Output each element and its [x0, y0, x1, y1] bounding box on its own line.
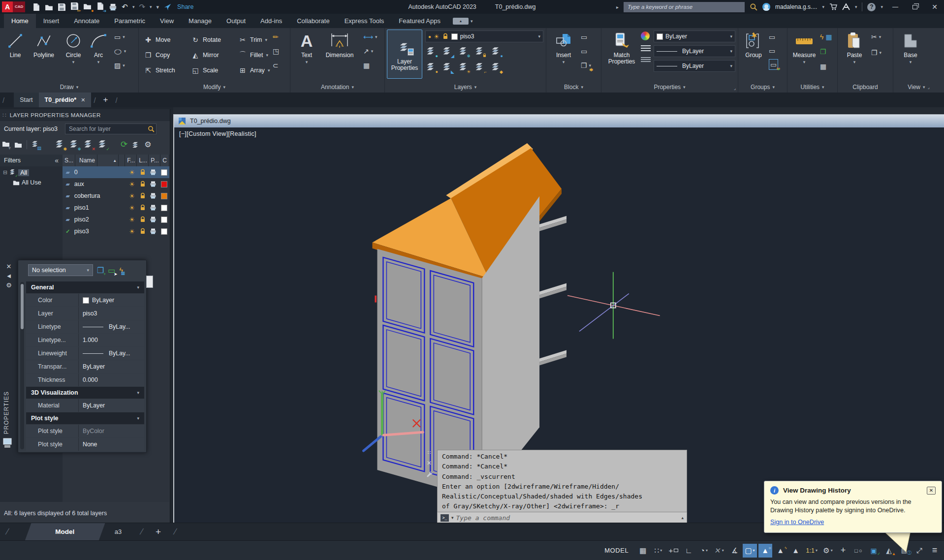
qat-menu-icon[interactable]: ▾: [157, 4, 159, 10]
ribbon-minimize-button[interactable]: ▴: [453, 18, 469, 25]
layer-color-chip[interactable]: [158, 217, 169, 223]
layer-lock-icon[interactable]: [137, 169, 148, 176]
delete-layer-button[interactable]: ✕: [84, 139, 94, 150]
save-as-icon[interactable]: ✏: [70, 2, 79, 12]
paste-flyout-icon[interactable]: ▾: [853, 60, 856, 64]
palette-grip-icon[interactable]: ∷: [2, 112, 6, 119]
property-row-linetype-scale[interactable]: Linetype... 1.000: [26, 334, 144, 346]
insert-flyout-icon[interactable]: ▾: [563, 60, 565, 64]
panel-label-groups[interactable]: Groups▾: [738, 82, 787, 93]
collapse-filters-icon[interactable]: «: [55, 156, 59, 164]
layout-tab-a3[interactable]: a3: [102, 528, 134, 535]
layer-search-input[interactable]: [65, 124, 157, 134]
ribbon-tab-output[interactable]: Output: [219, 14, 253, 28]
copy-button[interactable]: ❐Copy: [144, 47, 191, 62]
layer-freeze-icon[interactable]: ☀: [126, 169, 137, 176]
annotation-scale-button[interactable]: ▲: [789, 544, 803, 558]
dimension-button[interactable]: Dimension: [320, 31, 359, 59]
ungroup-button[interactable]: ▭✕: [769, 31, 778, 42]
group-edit-button[interactable]: ▭✏: [769, 45, 778, 56]
copy-clip-button[interactable]: ❐▾: [871, 47, 881, 58]
properties-dialog-launcher[interactable]: ⌟: [734, 86, 736, 91]
new-file-icon[interactable]: [32, 3, 40, 11]
search-expand-icon[interactable]: ▸: [616, 4, 619, 10]
layer-search-icon[interactable]: [148, 125, 155, 132]
command-input[interactable]: [456, 514, 679, 522]
column-color[interactable]: C: [160, 155, 169, 166]
section-3d-visualization[interactable]: 3D Visualization▾: [26, 387, 144, 399]
annotation-visibility-button[interactable]: ▲○: [758, 544, 772, 558]
layer-unlock-button[interactable]: ⌐: [475, 62, 485, 73]
selection-dropdown-icon[interactable]: ▾: [87, 268, 89, 273]
toggle-pickadd-button[interactable]: ❐+: [97, 266, 104, 275]
command-close-icon[interactable]: ✕: [422, 460, 436, 467]
crosshair-cursor[interactable]: [567, 272, 660, 339]
rotate-button[interactable]: ↻Rotate: [191, 32, 238, 47]
hatch-button[interactable]: ▨▾: [114, 60, 126, 71]
share-icon[interactable]: [163, 3, 172, 11]
panel-label-block[interactable]: Block▾: [546, 82, 601, 93]
layer-plot-icon[interactable]: [148, 216, 159, 223]
layer-freeze-icon[interactable]: ☀: [126, 204, 137, 212]
layer-combo-dropdown-icon[interactable]: ▾: [538, 34, 540, 39]
column-plot[interactable]: P...: [149, 155, 160, 166]
tree-item-all-used[interactable]: All Use: [0, 178, 63, 186]
search-input[interactable]: [624, 2, 745, 12]
restore-button[interactable]: [908, 1, 922, 13]
command-customize-icon[interactable]: [422, 471, 436, 479]
table-button[interactable]: ▦: [363, 60, 378, 71]
layer-lock-icon[interactable]: [137, 228, 148, 235]
notification-close-button[interactable]: ✕: [927, 487, 936, 495]
layer-off-button[interactable]: ●: [426, 46, 436, 57]
selection-combo[interactable]: No selection ▾: [28, 264, 93, 276]
text-button[interactable]: A Text▾: [295, 31, 318, 65]
layer-lock-icon[interactable]: [137, 192, 148, 199]
array-button[interactable]: ⊞Array▾: [238, 62, 292, 78]
column-name[interactable]: Name▴: [75, 155, 125, 166]
property-row-plot-style-table[interactable]: Plot style None: [26, 438, 144, 451]
command-grip-icon[interactable]: ∷: [422, 450, 436, 455]
cut-button[interactable]: ✂▾: [871, 31, 881, 42]
match-properties-button[interactable]: Match Properties: [605, 31, 638, 65]
explode-button[interactable]: ◳: [273, 46, 279, 57]
column-freeze[interactable]: F...: [125, 155, 137, 166]
layer-thaw-all-button[interactable]: ☀: [459, 62, 469, 73]
circle-flyout-icon[interactable]: ▾: [72, 60, 75, 64]
layer-row-piso1[interactable]: ▰ piso1 ☀: [63, 202, 169, 214]
ribbon-tab-annotate[interactable]: Annotate: [66, 14, 107, 28]
properties-autohide-icon[interactable]: ◀: [2, 273, 16, 279]
layer-properties-button[interactable]: Layer Properties: [387, 30, 422, 79]
property-row-plot-style[interactable]: Plot style ByColor: [26, 425, 144, 437]
layer-freeze-icon[interactable]: ☀: [126, 192, 137, 200]
new-property-filter-button[interactable]: ▼: [2, 140, 10, 149]
model-space-button[interactable]: MODEL: [598, 544, 634, 558]
layer-color-chip[interactable]: [158, 193, 169, 199]
layer-plot-icon[interactable]: [148, 228, 159, 235]
close-button[interactable]: ✕: [927, 1, 942, 13]
leader-button[interactable]: ↗▾: [363, 46, 378, 57]
autodesk-dropdown-icon[interactable]: ▾: [855, 4, 857, 9]
graphics-performance-button[interactable]: ◭▲: [882, 544, 896, 558]
cart-icon[interactable]: [829, 3, 837, 11]
mirror-button[interactable]: ◭Mirror: [191, 47, 238, 62]
ribbon-tab-featured-apps[interactable]: Featured Apps: [391, 14, 448, 28]
layer-plot-icon[interactable]: [148, 192, 159, 199]
layer-row-cobertura[interactable]: ▰ cobertura ☀: [63, 190, 169, 202]
insert-button[interactable]: Insert▾: [550, 31, 577, 65]
panel-label-modify[interactable]: Modify▾: [139, 82, 290, 93]
isometric-drafting-button[interactable]: ✕▾: [712, 544, 726, 558]
redo-dropdown-icon[interactable]: ▾: [150, 4, 152, 9]
linear-dimension-button[interactable]: ⟷▾: [363, 31, 378, 42]
hardware-acceleration-button[interactable]: ▣✓: [867, 544, 881, 558]
panel-label-layers[interactable]: Layers▾: [385, 82, 546, 93]
layer-on-all-button[interactable]: ●: [426, 62, 436, 73]
trim-button[interactable]: ✂Trim▾: [238, 32, 292, 47]
redo-button[interactable]: ↷: [139, 2, 145, 11]
object-snap-tracking-button[interactable]: ∡: [727, 544, 741, 558]
layer-row-aux[interactable]: ▰ aux ☀: [63, 178, 169, 190]
expand-history-icon[interactable]: ▴: [681, 515, 684, 520]
group-button[interactable]: Group: [741, 31, 766, 59]
panel-label-view[interactable]: View▾⌟: [893, 82, 944, 93]
annotation-scale-value[interactable]: 1:1▾: [804, 544, 819, 558]
annotation-monitor-button[interactable]: +: [836, 544, 850, 558]
